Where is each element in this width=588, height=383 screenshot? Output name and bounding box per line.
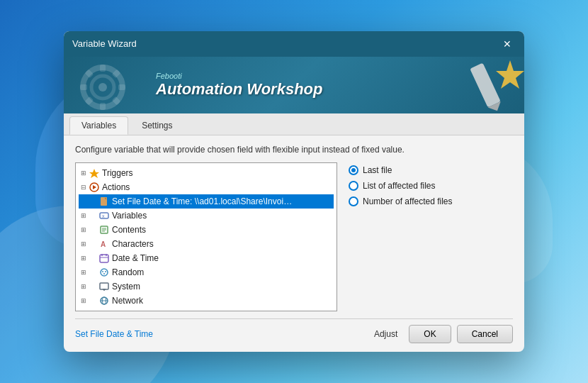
svg-rect-7	[100, 103, 106, 110]
expand-datetime[interactable]: ⊞	[79, 255, 89, 262]
option-list-affected[interactable]: List of affected files	[349, 181, 513, 191]
tree-item-internal[interactable]: ⊞ Internal	[79, 308, 334, 311]
tree-item-characters[interactable]: ⊞ A Characters	[79, 237, 334, 251]
setfiledate-label: Set File Date & Time: \\ad01.local\Share…	[112, 196, 296, 206]
network-label: Network	[112, 296, 143, 306]
options-panel: Last file List of affected files Number …	[349, 162, 513, 311]
expand-triggers[interactable]: ⊞	[79, 170, 89, 177]
network-icon	[98, 295, 110, 306]
option-number-affected[interactable]: Number of affected files	[349, 196, 513, 206]
tree-item-random[interactable]: ⊞ Random	[79, 265, 334, 279]
tree-item-datetime[interactable]: ⊞ Date & Time	[79, 251, 334, 265]
expand-actions[interactable]: ⊟	[79, 184, 89, 191]
svg-rect-9	[80, 84, 87, 90]
expand-system[interactable]: ⊞	[79, 283, 89, 290]
tree-item-variables[interactable]: ⊞ x Variables	[79, 209, 334, 223]
banner-text: Febooti Automation Workshop	[156, 72, 322, 99]
radio-list-affected[interactable]	[349, 181, 358, 191]
svg-rect-12	[470, 62, 500, 107]
tree-item-network[interactable]: ⊞ Network	[79, 294, 334, 308]
radio-number-affected[interactable]	[349, 196, 358, 206]
svg-text:A: A	[101, 240, 106, 248]
status-text: Set File Date & Time	[75, 329, 153, 339]
option-list-affected-label: List of affected files	[363, 181, 436, 191]
cancel-button[interactable]: Cancel	[457, 325, 513, 343]
close-button[interactable]: ✕	[499, 35, 516, 52]
tree-item-set-file-date[interactable]: Set File Date & Time: \\ad01.local\Share…	[79, 194, 334, 209]
actions-label: Actions	[102, 182, 130, 192]
system-icon	[98, 281, 110, 292]
footer-buttons: Adjust OK Cancel	[368, 325, 513, 343]
ok-button[interactable]: OK	[409, 325, 451, 343]
svg-point-29	[102, 271, 103, 272]
internal-label: Internal	[112, 310, 140, 311]
datetime-label: Date & Time	[112, 253, 159, 263]
triggers-icon	[89, 167, 100, 179]
variables-icon: x	[98, 210, 110, 221]
footer: Set File Date & Time Adjust OK Cancel	[64, 319, 524, 352]
expand-characters[interactable]: ⊞	[79, 240, 89, 248]
svg-marker-11	[496, 60, 524, 89]
svg-rect-5	[118, 84, 125, 90]
banner-right-decoration	[432, 57, 524, 113]
radio-last-file[interactable]	[349, 165, 358, 175]
tree-item-system[interactable]: ⊞ System	[79, 279, 334, 294]
main-content: Configure variable that will provide cho…	[64, 135, 524, 319]
contents-label: Contents	[112, 225, 146, 235]
triggers-label: Triggers	[102, 168, 133, 178]
actions-icon	[89, 182, 100, 193]
tab-variables[interactable]: Variables	[69, 116, 128, 135]
variables-label: Variables	[112, 211, 147, 221]
svg-text:x: x	[102, 213, 105, 218]
dialog-title: Variable Wizard	[72, 38, 137, 49]
random-icon	[98, 267, 110, 278]
expand-setfiledate	[79, 198, 89, 205]
svg-rect-3	[100, 65, 106, 72]
tree-panel[interactable]: ⊞ Triggers ⊟ Actions	[75, 162, 337, 311]
contents-icon	[98, 224, 110, 235]
datetime-icon	[98, 252, 110, 264]
option-last-file[interactable]: Last file	[349, 165, 513, 175]
svg-point-28	[101, 269, 108, 276]
expand-random[interactable]: ⊞	[79, 269, 89, 276]
expand-network[interactable]: ⊞	[79, 297, 89, 304]
svg-point-2	[98, 83, 107, 91]
system-label: System	[112, 282, 140, 292]
random-label: Random	[112, 267, 144, 277]
banner-gear-decoration	[71, 60, 156, 113]
tabs-bar: Variables Settings	[64, 113, 524, 135]
svg-rect-24	[100, 255, 108, 262]
svg-rect-32	[100, 283, 108, 289]
tree-item-contents[interactable]: ⊞ Contents	[79, 223, 334, 237]
svg-point-31	[103, 273, 105, 274]
svg-point-30	[105, 271, 106, 272]
option-last-file-label: Last file	[363, 165, 392, 175]
banner-brand: Febooti	[156, 72, 322, 80]
banner-title: Automation Workshop	[156, 80, 322, 99]
expand-variables[interactable]: ⊞	[79, 212, 89, 219]
expand-contents[interactable]: ⊞	[79, 226, 89, 233]
internal-icon	[98, 309, 110, 311]
characters-label: Characters	[112, 239, 154, 249]
tree-item-triggers[interactable]: ⊞ Triggers	[79, 166, 334, 180]
tab-settings[interactable]: Settings	[130, 116, 184, 135]
main-area: ⊞ Triggers ⊟ Actions	[75, 162, 513, 311]
adjust-button[interactable]: Adjust	[368, 326, 403, 342]
characters-icon: A	[98, 238, 110, 250]
option-number-affected-label: Number of affected files	[363, 196, 453, 206]
tree-item-actions[interactable]: ⊟ Actions	[79, 180, 334, 194]
description-text: Configure variable that will provide cho…	[75, 144, 513, 156]
banner: Febooti Automation Workshop	[64, 57, 524, 113]
file-icon	[98, 196, 110, 207]
variable-wizard-dialog: Variable Wizard ✕ Febooti Automation Wor…	[64, 31, 524, 353]
svg-marker-14	[89, 169, 99, 178]
title-bar: Variable Wizard ✕	[64, 31, 524, 57]
